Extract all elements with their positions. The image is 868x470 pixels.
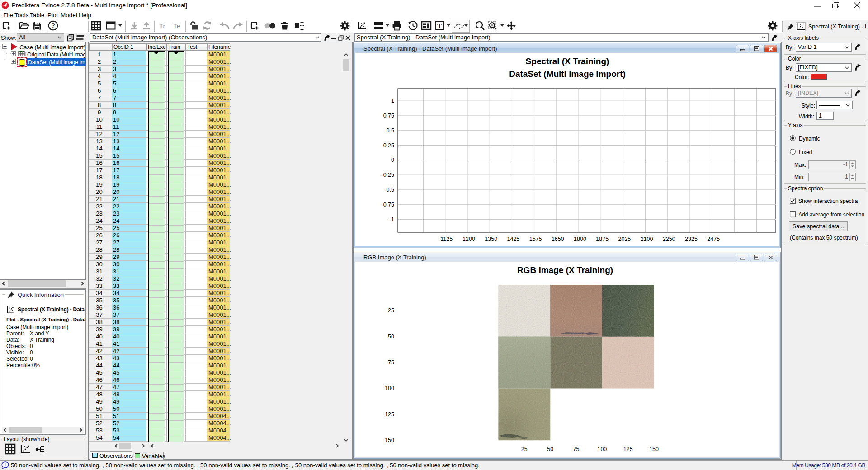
svg-text:25: 25 [388, 307, 394, 314]
svg-text:125: 125 [623, 446, 633, 452]
svg-text:75: 75 [388, 359, 394, 366]
svg-text:50: 50 [547, 446, 553, 452]
svg-text:100: 100 [597, 446, 607, 452]
svg-text:i: i [5, 462, 6, 467]
svg-text:100: 100 [385, 385, 394, 391]
svg-text:75: 75 [573, 446, 580, 452]
svg-text:125: 125 [385, 411, 394, 418]
svg-text:150: 150 [649, 446, 659, 452]
svg-text:25: 25 [521, 446, 528, 452]
svg-text:150: 150 [385, 437, 394, 443]
svg-text:50: 50 [388, 334, 394, 340]
